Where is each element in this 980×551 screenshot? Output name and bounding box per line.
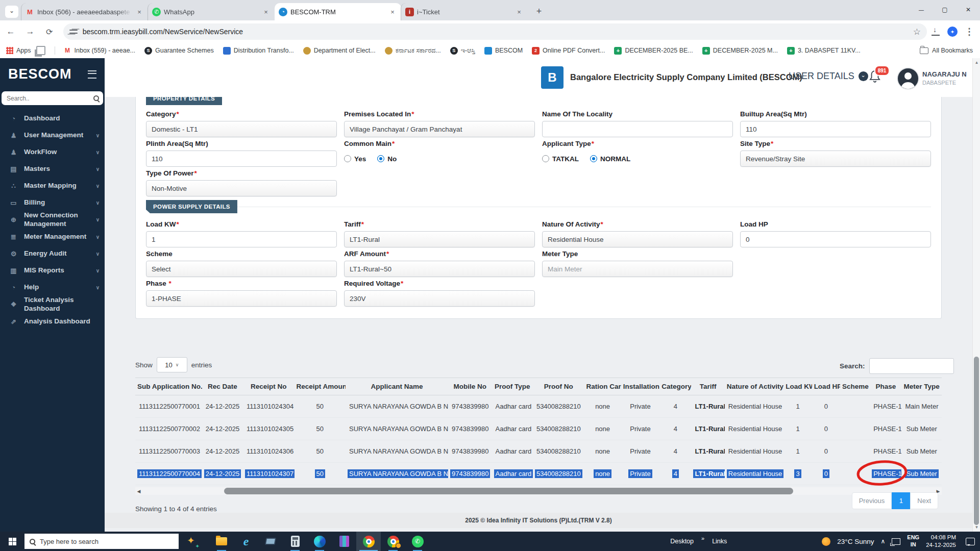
sidebar-item-new-connection-management[interactable]: ⊕New Connection Management bbox=[0, 211, 105, 229]
site-settings-icon[interactable] bbox=[69, 29, 78, 35]
bookmark-item[interactable]: Department of Elect... bbox=[303, 47, 376, 55]
notifications-bell[interactable]: 891 bbox=[868, 69, 886, 87]
bookmark-item[interactable]: Online PDF Convert... bbox=[532, 47, 605, 55]
sidebar-item-dashboard[interactable]: ◔Dashboard bbox=[0, 110, 105, 127]
sidebar-item-ticket-analysis-dashboard[interactable]: ❖Ticket Analysis Dashboard bbox=[0, 296, 105, 313]
user-details-menu[interactable]: USER DETAILS bbox=[789, 71, 868, 82]
new-tab-button[interactable] bbox=[532, 4, 546, 18]
chrome2-taskbar-icon[interactable] bbox=[381, 532, 405, 551]
sidebar-item-user-management[interactable]: ♟User Management bbox=[0, 127, 105, 144]
column-header[interactable]: Receipt Amount bbox=[295, 378, 346, 395]
forward-icon[interactable] bbox=[21, 23, 39, 40]
page-1-button[interactable]: 1 bbox=[892, 492, 910, 509]
next-page-button[interactable]: Next bbox=[910, 492, 938, 509]
explorer-taskbar-icon[interactable] bbox=[209, 532, 234, 551]
reload-icon[interactable] bbox=[41, 23, 58, 40]
table-row[interactable]: 1113112250077000324-12-20251113101024306… bbox=[135, 440, 942, 463]
menu-kebab-icon[interactable] bbox=[965, 26, 974, 37]
downloads-icon[interactable] bbox=[931, 27, 940, 36]
desktop-toolbar[interactable]: Desktop bbox=[670, 538, 694, 545]
scrollbar-thumb[interactable] bbox=[224, 488, 793, 494]
whatsapp-taskbar-icon[interactable] bbox=[405, 532, 430, 551]
tariff-select[interactable]: LT1-Rural bbox=[344, 231, 535, 247]
radio-tatkal[interactable]: TATKAL bbox=[542, 155, 579, 163]
bookmark-item[interactable]: BESCOM bbox=[484, 47, 523, 55]
hamburger-icon[interactable] bbox=[88, 70, 96, 79]
column-header[interactable]: Applicant Name bbox=[346, 378, 448, 395]
links-toolbar[interactable]: Links bbox=[712, 538, 727, 545]
pc-taskbar-icon[interactable] bbox=[258, 532, 283, 551]
load-hp-input[interactable]: 0 bbox=[740, 231, 931, 247]
tray-expand-icon[interactable] bbox=[881, 538, 886, 545]
extension-icon[interactable] bbox=[947, 27, 958, 37]
maximize-icon[interactable] bbox=[933, 0, 957, 19]
edge-taskbar-icon[interactable] bbox=[307, 532, 332, 551]
sidebar-item-analysis-dashboard[interactable]: ⇗Analysis Dashboard bbox=[0, 313, 105, 330]
browser-tab[interactable]: BESCOM-TRM bbox=[275, 3, 401, 20]
column-header[interactable]: Meter Type bbox=[901, 378, 942, 395]
previous-page-button[interactable]: Previous bbox=[852, 492, 892, 509]
column-header[interactable]: Sub Application No. bbox=[135, 378, 202, 395]
bookmark-item[interactable]: Distribution Transfo... bbox=[223, 47, 294, 55]
sidebar-item-help[interactable]: ◔Help bbox=[0, 279, 105, 296]
scroll-up-icon[interactable] bbox=[973, 60, 980, 65]
start-button[interactable] bbox=[0, 532, 24, 551]
vertical-scrollbar[interactable] bbox=[972, 58, 980, 532]
bookmark-item[interactable]: ಇ-ಆಸ್ತಿ bbox=[450, 47, 475, 55]
avatar[interactable] bbox=[897, 67, 919, 90]
close-icon[interactable] bbox=[957, 0, 980, 19]
browser-tab[interactable]: Inbox (506) - aeeaeedabaspete bbox=[21, 3, 148, 20]
bookmark-item[interactable]: ಕರ್ನಾಟಕ ಸರ್ಕಾರದ... bbox=[385, 47, 441, 55]
column-header[interactable]: Proof Type bbox=[492, 378, 533, 395]
minimize-icon[interactable] bbox=[910, 0, 933, 19]
bookmark-item[interactable]: DECEMBER-2025 M... bbox=[702, 47, 778, 55]
language-indicator[interactable]: ENGIN bbox=[907, 534, 919, 548]
column-header[interactable]: Load KW bbox=[783, 378, 812, 395]
sidebar-item-energy-audit[interactable]: ⚙Energy Audit bbox=[0, 245, 105, 262]
tab-close-icon[interactable] bbox=[388, 7, 397, 16]
column-header[interactable]: Rec Date bbox=[202, 378, 243, 395]
apps-grid-icon[interactable] bbox=[6, 47, 13, 54]
sidebar-search-input[interactable] bbox=[6, 94, 93, 103]
meter-type-select[interactable]: Main Meter bbox=[542, 261, 733, 277]
browser-tab[interactable]: WhatsApp bbox=[148, 3, 275, 20]
column-header[interactable]: Phase bbox=[870, 378, 901, 395]
network-icon[interactable] bbox=[892, 538, 900, 545]
tab-close-icon[interactable] bbox=[514, 7, 524, 16]
table-search-input[interactable] bbox=[869, 358, 954, 374]
scheme-select[interactable]: Select bbox=[146, 261, 337, 277]
plinth-input[interactable]: 110 bbox=[146, 151, 337, 167]
horizontal-scrollbar[interactable] bbox=[135, 487, 942, 495]
column-header[interactable]: Category bbox=[659, 378, 691, 395]
column-header[interactable]: Mobile No bbox=[448, 378, 492, 395]
radio-normal[interactable]: NORMAL bbox=[590, 155, 630, 163]
builtup-input[interactable]: 110 bbox=[740, 121, 931, 137]
url-text[interactable]: bescom.trm.ieasybill.com/NewService/NewS… bbox=[83, 28, 913, 36]
tab-close-icon[interactable] bbox=[135, 7, 144, 16]
bookmark-star-icon[interactable] bbox=[913, 27, 921, 37]
tab-close-icon[interactable] bbox=[261, 7, 271, 16]
tab-search-chevron-icon[interactable] bbox=[5, 6, 18, 18]
address-bar[interactable]: bescom.trm.ieasybill.com/NewService/NewS… bbox=[63, 23, 927, 40]
browser-tab[interactable]: i~Ticket bbox=[401, 3, 528, 20]
copilot-icon[interactable] bbox=[187, 536, 198, 547]
action-center-icon[interactable] bbox=[966, 538, 975, 545]
column-header[interactable]: Installation bbox=[621, 378, 659, 395]
all-bookmarks[interactable]: All Bookmarks bbox=[920, 47, 980, 54]
bookmark-item[interactable]: Inbox (559) - aeeae... bbox=[64, 47, 136, 55]
weather-sun-icon[interactable] bbox=[822, 537, 830, 546]
column-header[interactable]: Nature of Activity bbox=[725, 378, 784, 395]
table-row[interactable]: 1113112250077000424-12-20251113101024307… bbox=[135, 463, 942, 485]
bookmark-item[interactable]: DECEMBER-2025 BE... bbox=[614, 47, 693, 55]
clock[interactable]: 04:08 PM24-12-2025 bbox=[926, 534, 956, 549]
sidebar-item-meter-management[interactable]: ≣Meter Management bbox=[0, 229, 105, 245]
column-header[interactable]: Scheme bbox=[840, 378, 870, 395]
locality-input[interactable] bbox=[542, 121, 733, 137]
premises-select[interactable]: Village Panchayat / Gram Panchayat bbox=[344, 121, 535, 137]
calculator-taskbar-icon[interactable] bbox=[283, 532, 307, 551]
scrollbar-thumb[interactable] bbox=[974, 357, 979, 525]
page-size-select[interactable]: 10 bbox=[157, 357, 187, 372]
column-header[interactable]: Tariff bbox=[691, 378, 724, 395]
taskbar-search[interactable]: Type here to search bbox=[24, 534, 179, 549]
sidebar-item-masters[interactable]: ▤Masters bbox=[0, 161, 105, 178]
